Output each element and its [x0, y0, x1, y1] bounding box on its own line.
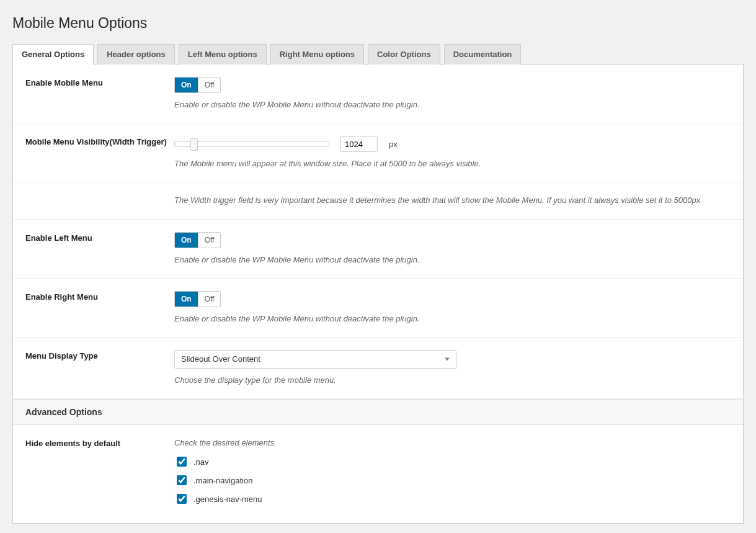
check-row-genesis-nav-menu: .genesis-nav-menu — [174, 492, 731, 506]
settings-panel: Enable Mobile Menu On Off Enable or disa… — [12, 65, 744, 524]
desc-enable-right-menu: Enable or disable the WP Mobile Menu wit… — [174, 313, 731, 325]
select-display-type[interactable]: Slideout Over Content — [174, 350, 456, 369]
width-trigger-unit: px — [389, 140, 398, 149]
row-enable-left-menu: Enable Left Menu On Off Enable or disabl… — [13, 220, 743, 279]
chevron-down-icon — [445, 357, 450, 361]
check-row-nav: .nav — [174, 455, 731, 468]
toggle-enable-left-menu[interactable]: On Off — [174, 232, 221, 248]
label-width-note — [25, 195, 174, 206]
page-title: Mobile Menu Options — [12, 15, 744, 32]
row-enable-right-menu: Enable Right Menu On Off Enable or disab… — [13, 279, 743, 338]
row-hide-elements: Hide elements by default Check the desir… — [13, 425, 743, 523]
desc-width-trigger: The Mobile menu will appear at this wind… — [174, 158, 731, 169]
checkbox-nav[interactable] — [177, 457, 187, 467]
toggle-off: Off — [198, 292, 221, 307]
tab-nav: General Options Header options Left Menu… — [12, 44, 744, 65]
tab-left-menu-options[interactable]: Left Menu options — [179, 44, 267, 65]
tab-general-options[interactable]: General Options — [12, 44, 94, 65]
checkbox-label-nav: .nav — [193, 457, 209, 467]
label-hide-elements: Hide elements by default — [25, 437, 174, 511]
toggle-on: On — [175, 233, 198, 248]
label-enable-left-menu: Enable Left Menu — [25, 232, 174, 266]
checkbox-label-genesis-nav-menu: .genesis-nav-menu — [193, 495, 262, 504]
desc-enable-mobile-menu: Enable or disable the WP Mobile Menu wit… — [174, 99, 731, 110]
width-trigger-slider[interactable] — [174, 141, 329, 147]
width-trigger-input[interactable] — [340, 136, 378, 152]
toggle-enable-right-menu[interactable]: On Off — [174, 291, 221, 307]
slider-handle-icon[interactable] — [190, 138, 198, 151]
desc-enable-left-menu: Enable or disable the WP Mobile Menu wit… — [174, 254, 731, 266]
desc-hide-elements: Check the desired elements — [174, 437, 731, 449]
toggle-off: Off — [198, 233, 221, 248]
row-enable-mobile-menu: Enable Mobile Menu On Off Enable or disa… — [13, 65, 743, 123]
label-enable-right-menu: Enable Right Menu — [25, 291, 174, 325]
checkbox-genesis-nav-menu[interactable] — [177, 494, 187, 504]
label-width-trigger: Mobile Menu Visibility(Width Trigger) — [25, 136, 174, 169]
checkbox-main-navigation[interactable] — [177, 475, 187, 485]
tab-header-options[interactable]: Header options — [97, 44, 175, 65]
tab-color-options[interactable]: Color Options — [368, 44, 440, 65]
row-display-type: Menu Display Type Slideout Over Content … — [13, 338, 743, 399]
check-row-main-navigation: .main-navigation — [174, 473, 731, 487]
label-enable-mobile-menu: Enable Mobile Menu — [25, 77, 174, 110]
row-width-note: The Width trigger field is very importan… — [13, 182, 743, 219]
toggle-on: On — [175, 78, 198, 92]
desc-display-type: Choose the display type for the mobile m… — [174, 375, 731, 386]
label-display-type: Menu Display Type — [25, 350, 174, 386]
toggle-off: Off — [198, 78, 221, 92]
tab-right-menu-options[interactable]: Right Menu options — [270, 44, 364, 65]
desc-width-note: The Width trigger field is very importan… — [174, 195, 731, 206]
toggle-enable-mobile-menu[interactable]: On Off — [174, 77, 221, 93]
tab-documentation[interactable]: Documentation — [444, 44, 522, 65]
select-display-type-value: Slideout Over Content — [181, 354, 260, 364]
toggle-on: On — [175, 292, 198, 307]
checkbox-label-main-navigation: .main-navigation — [193, 476, 252, 485]
section-advanced-options: Advanced Options — [13, 399, 743, 425]
row-width-trigger: Mobile Menu Visibility(Width Trigger) px… — [13, 123, 743, 182]
